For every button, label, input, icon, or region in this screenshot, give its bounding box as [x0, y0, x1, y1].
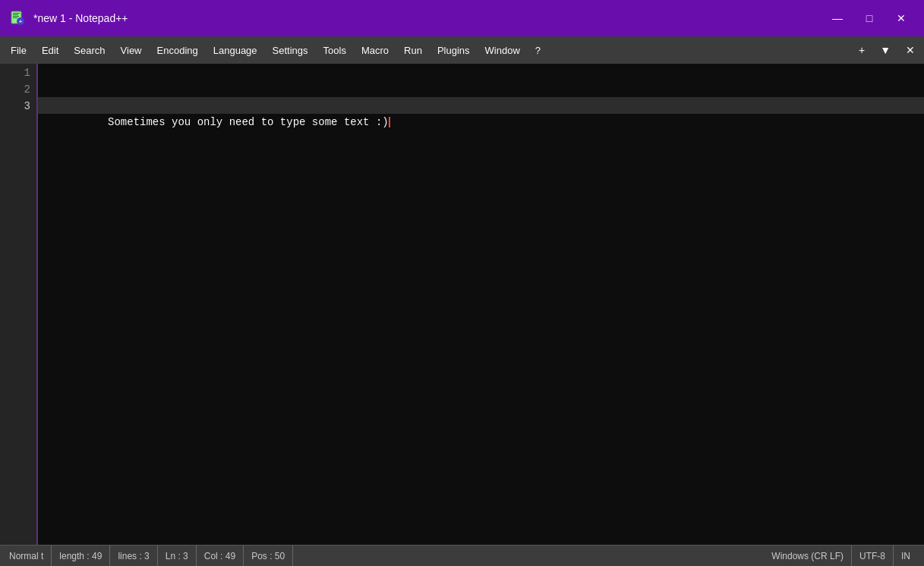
add-tab-button[interactable]: + — [853, 39, 871, 61]
menu-edit[interactable]: Edit — [34, 39, 66, 61]
editor-line-3-text: Sometimes you only need to type some tex… — [82, 116, 388, 128]
editor-container: 1 2 3 Sometimes you only need to type so… — [0, 64, 924, 545]
menu-plugins[interactable]: Plugins — [430, 39, 478, 61]
line-numbers: 1 2 3 — [0, 64, 38, 545]
menu-encoding[interactable]: Encoding — [150, 39, 206, 61]
tab-list-button[interactable]: ▼ — [874, 39, 897, 61]
minimize-button[interactable]: — — [824, 7, 851, 30]
status-bar: Normal t length : 49 lines : 3 Ln : 3 Co… — [0, 545, 924, 566]
line-number-2: 2 — [0, 80, 36, 97]
menu-macro[interactable]: Macro — [354, 39, 396, 61]
close-button[interactable]: ✕ — [888, 7, 915, 30]
text-cursor — [389, 117, 390, 127]
menu-bar: File Edit Search View Encoding Language … — [0, 36, 924, 64]
status-line-ending: Windows (CR LF) — [764, 546, 852, 566]
status-length: length : 49 — [52, 546, 110, 566]
status-lines: lines : 3 — [110, 546, 157, 566]
window-title: *new 1 - Notepad++ — [33, 12, 128, 24]
title-bar-left: + *new 1 - Notepad++ — [9, 10, 128, 27]
line-number-1: 1 — [0, 64, 36, 80]
title-bar-controls: — □ ✕ — [824, 7, 915, 30]
maximize-button[interactable]: □ — [856, 7, 883, 30]
svg-text:+: + — [19, 19, 22, 24]
svg-rect-1 — [13, 13, 20, 14]
svg-rect-3 — [13, 16, 19, 17]
title-bar: + *new 1 - Notepad++ — □ ✕ — [0, 0, 924, 36]
app-icon: + — [9, 10, 26, 27]
menu-search[interactable]: Search — [66, 39, 112, 61]
status-ln: Ln : 3 — [158, 546, 197, 566]
editor-text[interactable]: Sometimes you only need to type some tex… — [38, 64, 924, 545]
menu-file[interactable]: File — [3, 39, 34, 61]
status-col: Col : 49 — [197, 546, 244, 566]
status-ins: IN — [894, 546, 918, 566]
close-tab-button[interactable]: ✕ — [900, 39, 921, 61]
menu-view[interactable]: View — [113, 39, 150, 61]
line-number-3: 3 — [0, 97, 36, 114]
menu-right-buttons: + ▼ ✕ — [853, 39, 921, 61]
svg-rect-2 — [13, 14, 18, 15]
menu-language[interactable]: Language — [206, 39, 265, 61]
status-type: Normal t — [6, 546, 52, 566]
status-encoding: UTF-8 — [852, 546, 894, 566]
svg-rect-4 — [13, 17, 17, 18]
status-pos: Pos : 50 — [244, 546, 293, 566]
editor-line-1 — [38, 64, 924, 80]
menu-settings[interactable]: Settings — [265, 39, 316, 61]
editor-line-3: Sometimes you only need to type some tex… — [38, 97, 924, 114]
menu-help[interactable]: ? — [528, 39, 548, 61]
menu-tools[interactable]: Tools — [316, 39, 354, 61]
menu-window[interactable]: Window — [478, 39, 528, 61]
editor-line-2 — [38, 80, 924, 97]
menu-run[interactable]: Run — [396, 39, 430, 61]
